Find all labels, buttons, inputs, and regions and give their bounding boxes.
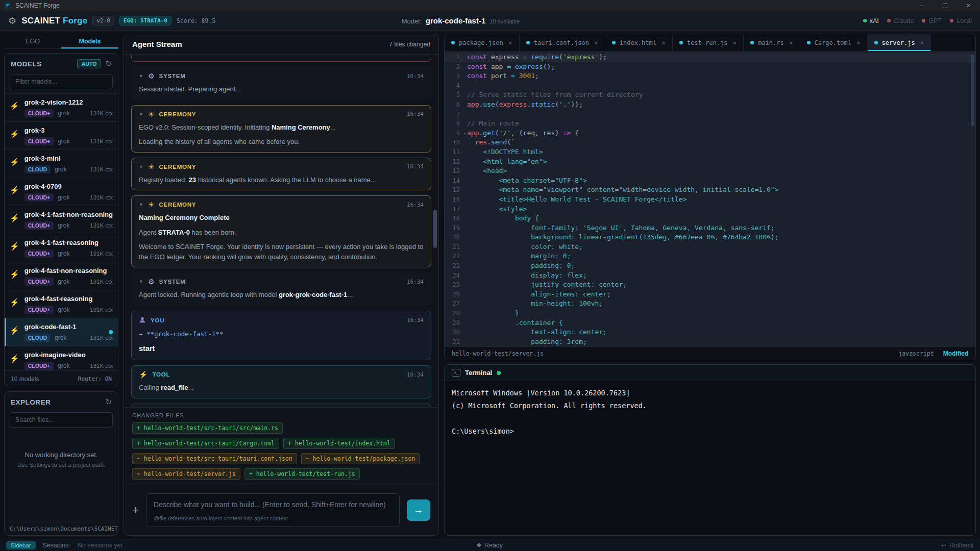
auto-badge[interactable]: AUTO — [77, 59, 102, 68]
editor-scrollbar[interactable] — [971, 55, 974, 126]
collapse-caret-icon[interactable]: ▼ — [139, 164, 143, 169]
model-item[interactable]: ⚡grok-4-1-fast-non-reasoningCLOUD+grok13… — [5, 206, 118, 234]
code-line: 13 <head> — [445, 166, 975, 176]
line-number: 25 — [445, 280, 467, 290]
line-number: 9▾ — [445, 129, 467, 138]
editor-tab-Cargo.toml[interactable]: Cargo.toml× — [800, 34, 868, 51]
line-content: padding: 0; — [467, 261, 575, 271]
editor-tab-server.js[interactable]: server.js× — [868, 34, 932, 51]
provider-label: GPT — [928, 17, 942, 24]
right-column: package.json×tauri.conf.json×index.html×… — [444, 34, 976, 536]
composer: + @file references auto-inject content i… — [124, 485, 438, 535]
model-provider: grok — [58, 362, 69, 369]
message-tool[interactable]: ⚡TOOL16:34Calling read_file... — [131, 365, 431, 398]
editor-tab-main.rs[interactable]: main.rs× — [744, 34, 800, 51]
titlebar: F SCAINET Forge – × — [0, 0, 980, 11]
user-icon — [139, 316, 146, 324]
stream-title: Agent Stream — [132, 40, 182, 48]
code-token: <style> — [467, 205, 527, 213]
model-item[interactable]: ⚡grok-4-fast-reasoningCLOUD+grok131K ctx — [5, 290, 118, 318]
message-ceremony[interactable]: ▼☀CEREMONY16:34EGO v2.0: Session-scoped … — [131, 105, 431, 153]
collapse-caret-icon[interactable]: ▼ — [139, 112, 143, 117]
model-indicator: Model: grok-code-fast-1 10 available — [402, 16, 520, 25]
model-name: grok-4-1-fast-reasoning — [24, 239, 113, 246]
editor-tab-index.html[interactable]: index.html× — [605, 34, 673, 51]
attach-button[interactable]: + — [132, 504, 139, 517]
line-number: 5 — [445, 90, 467, 100]
sidebar-tab-ego[interactable]: EGO — [4, 34, 61, 48]
model-item[interactable]: ⚡grok-4-fast-non-reasoningCLOUD+grok131K… — [5, 262, 118, 290]
collapse-caret-icon[interactable]: ▼ — [139, 202, 143, 207]
text-segment: historical agents known. Asking the LLM … — [196, 176, 376, 184]
model-info: grok-2-vision-1212CLOUD+grok131K ctx — [24, 98, 113, 117]
changed-file-chip[interactable]: ~ hello-world-test/server.js — [132, 468, 240, 480]
stream-scrollbar[interactable] — [433, 210, 437, 248]
close-button[interactable]: × — [957, 0, 980, 11]
terminal-line: (c) Microsoft Corporation. All rights re… — [452, 399, 968, 412]
changed-file-chip[interactable]: + hello-world-test/test-run.js — [244, 468, 360, 480]
minimize-button[interactable]: – — [910, 0, 933, 11]
editor-tab-package.json[interactable]: package.json× — [445, 34, 520, 51]
line-number: 28 — [445, 309, 467, 318]
code-token: ( — [495, 101, 499, 108]
model-meta: CLOUDgrok131K ctx — [24, 165, 113, 173]
code-line: 28 } — [445, 309, 975, 318]
changed-file-chip[interactable]: + hello-world-test/src-tauri/src/main.rs — [132, 422, 283, 434]
tab-close-icon[interactable]: × — [789, 39, 793, 46]
tab-close-icon[interactable]: × — [856, 39, 861, 46]
collapse-caret-icon[interactable]: ▼ — [139, 279, 143, 284]
model-item[interactable]: ⚡grok-code-fast-1CLOUDgrok131K ctx — [5, 318, 118, 346]
model-context-size: 131K ctx — [90, 110, 113, 116]
terminal-output[interactable]: Microsoft Windows [Version 10.0.26200.76… — [445, 381, 975, 443]
text-segment: ... — [330, 123, 336, 131]
editor-tab-tauri.conf.json[interactable]: tauri.conf.json× — [520, 34, 605, 51]
rollback-button[interactable]: ↩ Rollback — [941, 541, 974, 549]
maximize-button[interactable] — [933, 0, 957, 11]
message-system[interactable]: ▼⚙SYSTEM16:34Agent locked. Running agent… — [131, 272, 431, 306]
prompt-input[interactable] — [154, 500, 392, 509]
message-list[interactable]: ▼⚙SYSTEM16:34Session started. Preparing … — [124, 55, 438, 407]
model-item[interactable]: ⚡grok-3CLOUD+grok131K ctx — [5, 122, 118, 150]
fold-caret-icon[interactable]: ▾ — [463, 129, 466, 138]
message-paragraph: start — [139, 343, 424, 355]
refresh-models-icon[interactable]: ↻ — [105, 59, 112, 68]
changed-file-chip[interactable]: ~ hello-world-test/src-tauri/tauri.conf.… — [132, 453, 297, 464]
model-item[interactable]: ⚡grok-imagine-videoCLOUD+grok131K ctx — [5, 346, 118, 370]
message-role-label: SYSTEM — [159, 279, 185, 285]
filter-models-input[interactable] — [10, 74, 113, 89]
send-arrow-icon: → — [414, 505, 424, 516]
sidebar-tab-models[interactable]: Models — [61, 34, 118, 48]
text-segment: Calling — [139, 384, 161, 391]
code-token: => — [563, 129, 571, 137]
model-item[interactable]: ⚡grok-2-vision-1212CLOUD+grok131K ctx — [5, 94, 118, 122]
model-item[interactable]: ⚡grok-3-miniCLOUDgrok131K ctx — [5, 150, 118, 178]
collapse-caret-icon[interactable]: ▼ — [139, 73, 143, 79]
refresh-explorer-icon[interactable]: ↻ — [105, 397, 112, 407]
changed-file-chip[interactable]: + hello-world-test/index.html — [283, 438, 395, 449]
message-tool[interactable]: ⚡TOOL16:34read_fileACTION_ITEMS.yaml — [131, 404, 431, 408]
tab-close-icon[interactable]: × — [920, 39, 924, 46]
tab-close-icon[interactable]: × — [732, 39, 737, 46]
message-you[interactable]: YOU16:34→ **grok-code-fast-1**start — [131, 311, 431, 361]
changed-file-chip[interactable]: ~ hello-world-test/package.json — [301, 453, 420, 464]
message-system[interactable]: ▼⚙SYSTEM16:34Session started. Preparing … — [131, 67, 431, 100]
model-item[interactable]: ⚡grok-4-0709CLOUD+grok131K ctx — [5, 178, 118, 206]
composer-box[interactable]: @file references auto-inject content int… — [146, 493, 400, 527]
app-header: ⚙ SCAINET Forge v2.0 EGO: STRATA-0 Score… — [0, 11, 980, 31]
tab-close-icon[interactable]: × — [594, 39, 598, 46]
tab-close-icon[interactable]: × — [508, 39, 512, 46]
send-button[interactable]: → — [407, 499, 430, 521]
settings-gear-icon[interactable]: ⚙ — [8, 15, 16, 27]
sidebar-toggle-button[interactable]: Sidebar — [6, 541, 36, 549]
search-files-input[interactable] — [10, 412, 113, 428]
code-area[interactable]: 1const express = require('express');2con… — [445, 52, 975, 346]
message-role-label: CEREMONY — [159, 202, 196, 208]
changed-file-chip[interactable]: + hello-world-test/src-tauri/Cargo.toml — [132, 438, 279, 449]
line-content: body { — [467, 214, 539, 223]
tab-close-icon[interactable]: × — [662, 39, 666, 46]
message-ceremony[interactable]: ▼☀CEREMONY16:34Registry loaded: 23 histo… — [131, 158, 431, 191]
model-item[interactable]: ⚡grok-4-1-fast-reasoningCLOUD+grok131K c… — [5, 234, 118, 262]
code-token: <head> — [467, 167, 507, 174]
editor-tab-test-run.js[interactable]: test-run.js× — [673, 34, 744, 51]
message-ceremony[interactable]: ▼☀CEREMONY16:34Naming Ceremony CompleteA… — [131, 195, 431, 267]
